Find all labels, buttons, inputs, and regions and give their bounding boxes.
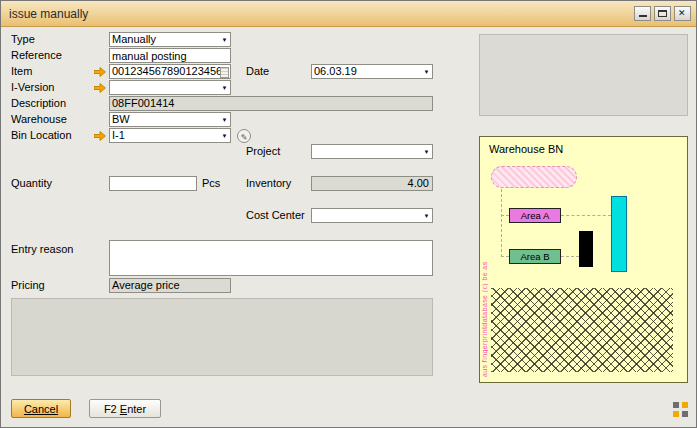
item-value: 001234567890123456790 <box>110 65 220 78</box>
cost-center-label: Cost Center <box>246 208 305 223</box>
date-value: 06.03.19 <box>312 65 421 78</box>
f2-enter-button[interactable]: F2 Enter <box>89 399 161 418</box>
map-connector-line <box>561 256 579 257</box>
bin-location-link-arrow-icon[interactable] <box>94 131 106 141</box>
enter-button-prefix: F2 <box>104 403 120 415</box>
chevron-down-icon[interactable] <box>421 64 432 79</box>
cost-center-select[interactable] <box>311 208 433 223</box>
chevron-down-icon[interactable] <box>219 112 230 127</box>
quantity-input[interactable] <box>109 176 197 191</box>
black-rack <box>579 231 593 267</box>
map-connector-line <box>501 189 502 257</box>
cancel-button[interactable]: Cancel <box>11 399 71 418</box>
type-label: Type <box>11 32 35 47</box>
reference-label: Reference <box>11 48 62 63</box>
window-title: issue manually <box>1 7 88 21</box>
chevron-down-icon[interactable] <box>421 144 432 159</box>
entry-reason-input[interactable] <box>109 240 433 276</box>
map-connector-line <box>501 215 509 216</box>
crosshatch-zone <box>491 288 673 372</box>
bin-location-select[interactable]: I-1 <box>109 128 231 143</box>
maximize-button[interactable] <box>654 6 671 21</box>
description-field: 08FF001414 <box>109 96 433 111</box>
project-label: Project <box>246 144 280 159</box>
bin-location-edit-icon[interactable] <box>237 129 251 143</box>
chevron-down-icon[interactable] <box>219 80 230 95</box>
chevron-down-icon[interactable] <box>421 208 432 223</box>
bin-location-value: I-1 <box>110 129 219 142</box>
pricing-field: Average price <box>109 278 231 293</box>
warehouse-value: BW <box>110 113 219 126</box>
resize-grip-icon[interactable] <box>673 402 688 417</box>
project-select[interactable] <box>311 144 433 159</box>
map-area-b: Area B <box>509 249 561 264</box>
map-title: Warehouse BN <box>489 143 563 155</box>
minimize-icon <box>639 15 647 17</box>
map-side-text: aus fingerprintdatabase (c) be as <box>481 219 488 377</box>
cyan-rack <box>611 196 627 272</box>
maximize-icon <box>658 10 667 17</box>
description-label: Description <box>11 96 66 111</box>
reference-input[interactable] <box>109 48 231 63</box>
window-controls <box>634 6 691 21</box>
item-label: Item <box>11 64 32 79</box>
pricing-label: Pricing <box>11 278 45 293</box>
map-connector-line <box>561 215 611 216</box>
detail-grid-panel <box>11 298 433 376</box>
type-value: Manually <box>110 33 219 46</box>
entry-reason-label: Entry reason <box>11 242 73 257</box>
inventory-label: Inventory <box>246 176 291 191</box>
date-select[interactable]: 06.03.19 <box>311 64 433 79</box>
type-select[interactable]: Manually <box>109 32 231 47</box>
minimize-button[interactable] <box>634 6 651 21</box>
overflow-indicator-icon <box>220 67 229 78</box>
chevron-down-icon[interactable] <box>219 128 230 143</box>
issue-manually-window: issue manually Type Manually Reference I… <box>0 0 697 428</box>
cancel-button-label: Cancel <box>24 403 58 415</box>
bin-location-label: Bin Location <box>11 128 72 143</box>
date-label: Date <box>246 64 269 79</box>
close-button[interactable] <box>674 6 691 21</box>
iversion-link-arrow-icon[interactable] <box>94 83 106 93</box>
inventory-field: 4.00 <box>311 176 433 191</box>
pink-zone <box>491 166 577 188</box>
quantity-unit-label: Pcs <box>202 176 220 191</box>
right-group-box <box>479 34 688 116</box>
iversion-select[interactable] <box>109 80 231 95</box>
titlebar: issue manually <box>1 1 696 27</box>
warehouse-select[interactable]: BW <box>109 112 231 127</box>
chevron-down-icon[interactable] <box>219 32 230 47</box>
warehouse-label: Warehouse <box>11 112 67 127</box>
map-connector-line <box>501 256 509 257</box>
item-link-arrow-icon[interactable] <box>94 67 106 77</box>
item-field[interactable]: 001234567890123456790 <box>109 64 231 79</box>
enter-button-rest: nter <box>127 403 146 415</box>
map-area-a: Area A <box>509 208 561 223</box>
quantity-label: Quantity <box>11 176 52 191</box>
iversion-label: I-Version <box>11 80 54 95</box>
